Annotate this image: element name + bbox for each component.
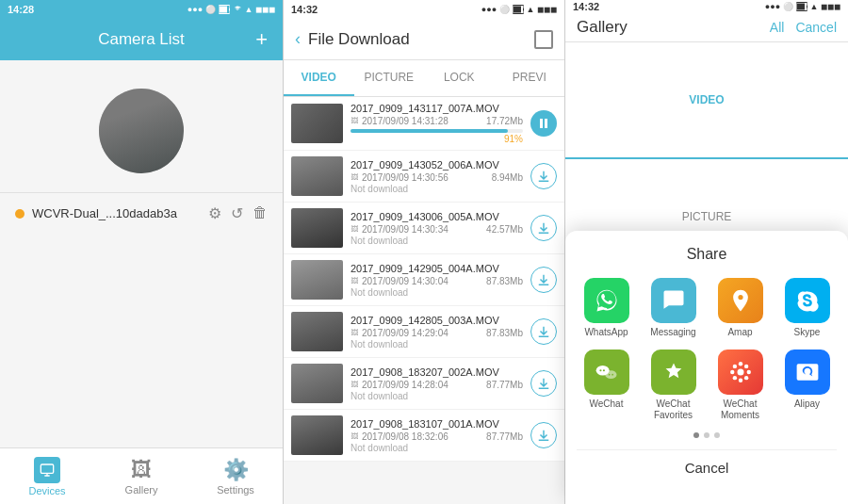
file-thumbnail	[291, 208, 343, 248]
file-status: Not download	[351, 236, 523, 246]
download-button[interactable]	[530, 422, 557, 448]
camera-list-panel: 14:28 ●●● ⚪ ▲ ◼◼◼ Camera List + WCVR-Dua…	[0, 0, 283, 504]
svg-rect-6	[523, 8, 524, 11]
file-thumbnail	[291, 156, 343, 196]
file-item: 2017_0909_143006_005A.MOV 🖼 2017/09/09 1…	[284, 203, 564, 254]
file-thumbnail	[291, 415, 343, 455]
select-all-icon[interactable]	[534, 30, 553, 49]
file-info: 2017_0909_143117_007A.MOV 🖼 2017/09/09 1…	[351, 103, 523, 144]
all-button[interactable]: All	[770, 20, 785, 35]
settings-icon[interactable]: ⚙	[208, 204, 221, 222]
file-meta-icon: 🖼	[351, 225, 358, 234]
share-item-whatsapp[interactable]: WhatsApp	[577, 278, 636, 338]
file-thumbnail	[291, 312, 343, 351]
share-item-alipay[interactable]: Alipay	[777, 350, 837, 421]
file-download-panel: 14:32 ●●● ⚪ ▲ ◼◼◼ ‹ File Download VIDEO …	[283, 0, 565, 504]
cancel-button[interactable]: Cancel	[795, 20, 837, 35]
file-name: 2017_0909_143052_006A.MOV	[351, 159, 523, 171]
progress-label: 91%	[351, 134, 523, 144]
download-button[interactable]	[530, 215, 557, 241]
share-item-wechat[interactable]: WeChat	[577, 350, 636, 421]
download-button[interactable]	[530, 318, 557, 345]
add-camera-button[interactable]: +	[255, 29, 268, 50]
wechat-favorites-icon	[651, 350, 696, 395]
gallery-tab-video[interactable]: VIDEO	[565, 42, 848, 159]
whatsapp-label: WhatsApp	[584, 327, 628, 338]
nav-settings-label: Settings	[217, 484, 254, 496]
nav-gallery[interactable]: 🖼 Gallery	[94, 448, 188, 504]
download-button[interactable]	[530, 267, 557, 293]
camera-thumbnail[interactable]	[99, 89, 184, 173]
tab-lock[interactable]: LOCK	[424, 60, 495, 96]
camera-info-row: WCVR-Dual_...10dadab3a ⚙ ↺ 🗑	[0, 192, 283, 234]
file-status: Not download	[351, 391, 523, 401]
file-name: 2017_0909_143117_007A.MOV	[351, 103, 523, 114]
gallery-title: Gallery	[577, 18, 770, 37]
share-item-wechat-moments[interactable]: WeChat Moments	[710, 350, 770, 421]
svg-point-31	[732, 376, 736, 380]
camera-list-title: Camera List	[98, 30, 185, 49]
time-2: 14:32	[291, 4, 318, 15]
devices-icon	[34, 457, 60, 483]
file-name: 2017_0908_183107_001A.MOV	[351, 418, 523, 430]
svg-rect-1	[220, 7, 227, 13]
file-date: 2017/09/09 14:30:56	[362, 172, 448, 183]
file-meta: 🖼 2017/09/09 14:29:04 87.83Mb	[351, 328, 523, 338]
file-meta-icon: 🖼	[351, 381, 358, 389]
time-3: 14:32	[573, 1, 599, 12]
svg-point-27	[730, 370, 734, 374]
wechat-moments-icon	[718, 350, 763, 395]
bottom-nav: Devices 🖼 Gallery ⚙️ Settings	[0, 447, 283, 504]
svg-rect-17	[807, 5, 807, 8]
file-meta: 🖼 2017/09/09 14:30:56 8.94Mb	[351, 172, 523, 183]
file-size: 17.72Mb	[486, 116, 523, 126]
status-icons-1: ●●● ⚪ ▲ ◼◼◼	[188, 5, 275, 14]
back-button[interactable]: ‹	[295, 29, 301, 49]
share-item-amap[interactable]: Amap	[710, 278, 770, 338]
file-info: 2017_0909_143006_005A.MOV 🖼 2017/09/09 1…	[351, 211, 523, 246]
share-grid: WhatsApp Messaging Amap Skype	[577, 278, 837, 421]
status-bar-2: 14:32 ●●● ⚪ ▲ ◼◼◼	[284, 0, 564, 19]
whatsapp-icon	[584, 278, 629, 323]
svg-point-30	[743, 365, 747, 368]
file-meta: 🖼 2017/09/09 14:30:04 87.83Mb	[351, 276, 523, 286]
svg-point-19	[605, 370, 616, 379]
svg-point-25	[738, 362, 742, 366]
file-size: 87.77Mb	[486, 431, 523, 442]
file-info: 2017_0909_143052_006A.MOV 🖼 2017/09/09 1…	[351, 159, 523, 194]
dot-2	[704, 432, 709, 438]
nav-devices-label: Devices	[28, 485, 65, 496]
file-status: Not download	[351, 184, 523, 194]
dot-1	[693, 432, 699, 438]
tab-picture[interactable]: PICTURE	[354, 60, 425, 96]
file-date: 2017/09/09 14:31:28	[362, 116, 448, 126]
nav-devices[interactable]: Devices	[0, 448, 94, 504]
svg-point-29	[732, 365, 736, 368]
nav-settings[interactable]: ⚙️ Settings	[188, 448, 283, 504]
file-date: 2017/09/09 14:30:34	[362, 224, 448, 235]
share-item-messaging[interactable]: Messaging	[644, 278, 703, 338]
gallery-icon: 🖼	[131, 458, 152, 482]
file-status: Not download	[351, 339, 523, 350]
status-icons-3: ●●● ⚪ ▲ ◼◼◼	[765, 2, 840, 11]
file-size: 87.83Mb	[486, 276, 523, 286]
alipay-icon	[785, 350, 830, 395]
svg-rect-16	[797, 3, 805, 9]
download-button[interactable]	[530, 163, 557, 189]
file-status: Not download	[351, 287, 523, 298]
share-item-wechat-fav[interactable]: WeChat Favorites	[644, 350, 703, 421]
file-item: 2017_0908_183207_002A.MOV 🖼 2017/09/09 1…	[284, 358, 564, 410]
delete-icon[interactable]: 🗑	[253, 204, 268, 222]
file-size: 8.94Mb	[492, 172, 523, 183]
share-item-skype[interactable]: Skype	[777, 278, 837, 338]
download-button[interactable]	[530, 370, 557, 397]
refresh-icon[interactable]: ↺	[231, 204, 243, 222]
tab-video[interactable]: VIDEO	[284, 60, 354, 96]
pause-button[interactable]	[530, 110, 557, 137]
share-page-dots	[577, 432, 837, 438]
tab-preview[interactable]: PREVI	[495, 60, 565, 96]
nav-gallery-label: Gallery	[125, 484, 158, 496]
camera-list-header: Camera List +	[0, 19, 283, 60]
share-cancel-button[interactable]: Cancel	[577, 449, 837, 485]
file-meta: 🖼 2017/09/08 18:32:06 87.77Mb	[351, 431, 523, 442]
